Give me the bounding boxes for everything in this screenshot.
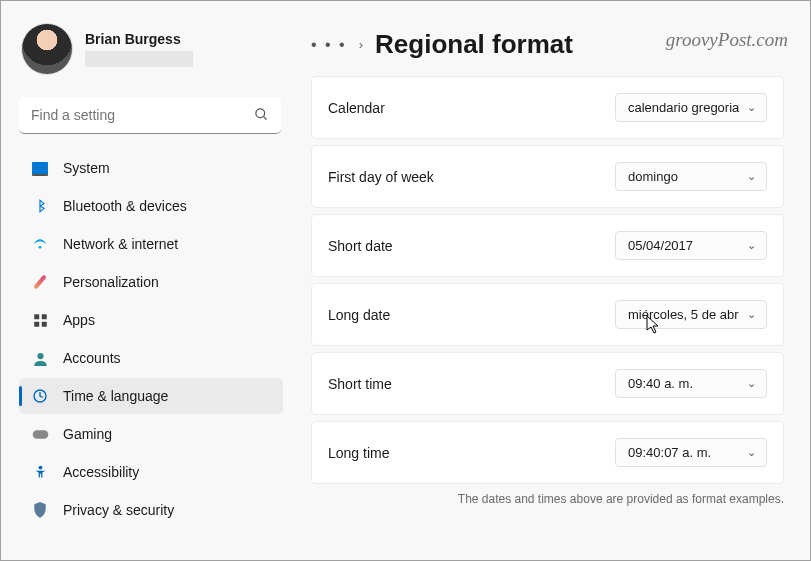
short-date-select[interactable]: 05/04/2017 ⌄ xyxy=(615,231,767,260)
clock-globe-icon xyxy=(31,387,49,405)
svg-rect-4 xyxy=(41,314,46,319)
sidebar: Brian Burgess System Bluetooth & devices xyxy=(1,1,291,560)
apps-icon xyxy=(31,311,49,329)
chevron-down-icon: ⌄ xyxy=(747,239,756,252)
search-icon xyxy=(254,107,269,125)
sidebar-item-personalization[interactable]: Personalization xyxy=(19,264,283,300)
sidebar-item-label: Apps xyxy=(63,312,95,328)
row-label: Long time xyxy=(328,445,389,461)
svg-point-0 xyxy=(256,108,265,117)
row-short-time: Short time 09:40 a. m. ⌄ xyxy=(311,352,784,415)
long-time-select[interactable]: 09:40:07 a. m. ⌄ xyxy=(615,438,767,467)
svg-line-1 xyxy=(263,116,266,119)
long-date-select[interactable]: miércoles, 5 de abril d ⌄ xyxy=(615,300,767,329)
row-label: Calendar xyxy=(328,100,385,116)
network-icon xyxy=(31,235,49,253)
sidebar-item-label: Network & internet xyxy=(63,236,178,252)
row-label: First day of week xyxy=(328,169,434,185)
footnote: The dates and times above are provided a… xyxy=(311,492,784,506)
svg-point-10 xyxy=(38,465,42,469)
select-value: 09:40:07 a. m. xyxy=(628,445,711,460)
svg-point-2 xyxy=(39,246,42,249)
sidebar-item-time-language[interactable]: Time & language xyxy=(19,378,283,414)
page-title: Regional format xyxy=(375,29,573,60)
sidebar-item-apps[interactable]: Apps xyxy=(19,302,283,338)
sidebar-item-bluetooth[interactable]: Bluetooth & devices xyxy=(19,188,283,224)
watermark: groovyPost.com xyxy=(666,29,788,51)
row-calendar: Calendar calendario gregoriano ⌄ xyxy=(311,76,784,139)
chevron-down-icon: ⌄ xyxy=(747,446,756,459)
row-label: Long date xyxy=(328,307,390,323)
svg-rect-3 xyxy=(34,314,39,319)
short-time-select[interactable]: 09:40 a. m. ⌄ xyxy=(615,369,767,398)
chevron-right-icon: › xyxy=(359,37,363,52)
sidebar-item-label: System xyxy=(63,160,110,176)
svg-rect-9 xyxy=(32,430,48,439)
chevron-down-icon: ⌄ xyxy=(747,101,756,114)
chevron-down-icon: ⌄ xyxy=(747,170,756,183)
sidebar-item-label: Time & language xyxy=(63,388,168,404)
select-value: calendario gregoriano xyxy=(628,100,739,115)
search-container xyxy=(19,97,281,134)
avatar xyxy=(21,23,73,75)
sidebar-item-privacy[interactable]: Privacy & security xyxy=(19,492,283,528)
svg-point-7 xyxy=(37,352,43,358)
chevron-down-icon: ⌄ xyxy=(747,377,756,390)
sidebar-item-label: Accounts xyxy=(63,350,121,366)
sidebar-item-label: Privacy & security xyxy=(63,502,174,518)
accessibility-icon xyxy=(31,463,49,481)
sidebar-item-network[interactable]: Network & internet xyxy=(19,226,283,262)
sidebar-item-accounts[interactable]: Accounts xyxy=(19,340,283,376)
system-icon xyxy=(31,159,49,177)
row-label: Short time xyxy=(328,376,392,392)
sidebar-item-accessibility[interactable]: Accessibility xyxy=(19,454,283,490)
first-day-select[interactable]: domingo ⌄ xyxy=(615,162,767,191)
profile-name: Brian Burgess xyxy=(85,31,193,47)
nav: System Bluetooth & devices Network & int… xyxy=(19,150,283,528)
profile-email-redacted xyxy=(85,51,193,67)
breadcrumb-ellipsis[interactable]: • • • xyxy=(311,36,347,54)
select-value: 05/04/2017 xyxy=(628,238,693,253)
sidebar-item-gaming[interactable]: Gaming xyxy=(19,416,283,452)
select-value: miércoles, 5 de abril d xyxy=(628,307,739,322)
select-value: 09:40 a. m. xyxy=(628,376,693,391)
shield-icon xyxy=(31,501,49,519)
sidebar-item-label: Accessibility xyxy=(63,464,139,480)
select-value: domingo xyxy=(628,169,678,184)
search-input[interactable] xyxy=(19,97,281,134)
settings-list: Calendar calendario gregoriano ⌄ First d… xyxy=(311,76,784,484)
main-panel: • • • › Regional format Calendar calenda… xyxy=(291,1,810,560)
svg-rect-5 xyxy=(34,321,39,326)
row-first-day: First day of week domingo ⌄ xyxy=(311,145,784,208)
sidebar-item-system[interactable]: System xyxy=(19,150,283,186)
sidebar-item-label: Personalization xyxy=(63,274,159,290)
svg-rect-6 xyxy=(41,321,46,326)
gaming-icon xyxy=(31,425,49,443)
calendar-select[interactable]: calendario gregoriano ⌄ xyxy=(615,93,767,122)
row-long-date: Long date miércoles, 5 de abril d ⌄ xyxy=(311,283,784,346)
chevron-down-icon: ⌄ xyxy=(747,308,756,321)
profile-block[interactable]: Brian Burgess xyxy=(19,19,283,91)
bluetooth-icon xyxy=(31,197,49,215)
row-long-time: Long time 09:40:07 a. m. ⌄ xyxy=(311,421,784,484)
accounts-icon xyxy=(31,349,49,367)
sidebar-item-label: Gaming xyxy=(63,426,112,442)
row-short-date: Short date 05/04/2017 ⌄ xyxy=(311,214,784,277)
row-label: Short date xyxy=(328,238,393,254)
paintbrush-icon xyxy=(31,273,49,291)
sidebar-item-label: Bluetooth & devices xyxy=(63,198,187,214)
